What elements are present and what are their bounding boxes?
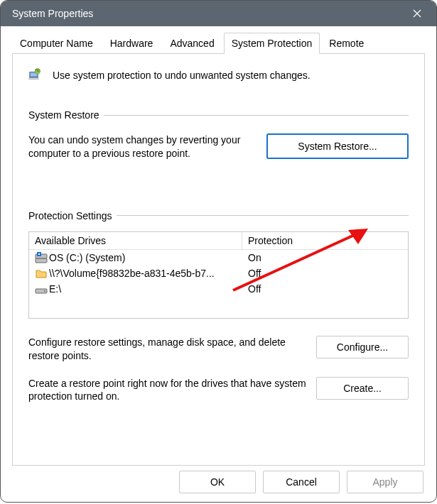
system-properties-window: System Properties Computer Name Hardware…: [0, 0, 437, 503]
tab-advanced[interactable]: Advanced: [162, 33, 222, 54]
svg-rect-2: [29, 78, 39, 80]
header-protection[interactable]: Protection: [242, 232, 408, 250]
table-body: OS (C:) (System) On \\?\Volume{f98832be-…: [29, 250, 408, 318]
table-row[interactable]: OS (C:) (System) On: [29, 250, 408, 265]
drives-table: Available Drives Protection OS (C:) (Sys…: [28, 231, 409, 319]
group-label-protection: Protection Settings: [28, 210, 112, 221]
svg-point-12: [44, 290, 45, 292]
client-area: Computer Name Hardware Advanced System P…: [1, 26, 436, 473]
apply-button[interactable]: Apply: [347, 471, 423, 493]
tab-hardware[interactable]: Hardware: [102, 33, 161, 54]
drive-name: \\?\Volume{f98832be-a831-4e5b-b7...: [49, 268, 215, 279]
folder-icon: [35, 267, 48, 280]
divider: [104, 115, 409, 116]
tab-content: Use system protection to undo unwanted s…: [12, 54, 425, 466]
divider: [117, 215, 409, 216]
table-header: Available Drives Protection: [29, 232, 408, 250]
tab-system-protection[interactable]: System Protection: [224, 33, 320, 54]
tab-remote[interactable]: Remote: [321, 33, 372, 54]
configure-description: Configure restore settings, manage disk …: [28, 336, 306, 363]
system-protection-icon: [28, 68, 41, 81]
create-button[interactable]: Create...: [316, 377, 409, 400]
dialog-footer: OK Cancel Apply: [179, 471, 423, 493]
system-drive-icon: [35, 251, 48, 264]
table-row[interactable]: \\?\Volume{f98832be-a831-4e5b-b7... Off: [29, 265, 408, 281]
drive-status: Off: [242, 266, 408, 280]
ok-button[interactable]: OK: [179, 471, 256, 493]
svg-rect-10: [38, 253, 40, 255]
tab-strip: Computer Name Hardware Advanced System P…: [12, 32, 425, 54]
group-system-restore: System Restore You can undo system chang…: [28, 109, 409, 160]
table-row[interactable]: E:\ Off: [29, 281, 408, 297]
tab-computer-name[interactable]: Computer Name: [12, 33, 101, 54]
drive-status: Off: [242, 282, 408, 296]
system-restore-button[interactable]: System Restore...: [266, 133, 409, 159]
close-button[interactable]: [401, 1, 433, 26]
titlebar: System Properties: [1, 1, 436, 26]
drive-icon: [35, 283, 48, 295]
close-icon: [413, 9, 421, 18]
cancel-button[interactable]: Cancel: [263, 471, 340, 493]
intro-row: Use system protection to undo unwanted s…: [28, 68, 409, 81]
group-label-restore: System Restore: [28, 109, 99, 121]
configure-button[interactable]: Configure...: [316, 336, 409, 358]
group-protection-settings: Protection Settings Available Drives Pro…: [28, 210, 409, 404]
drive-name: E:\: [49, 283, 61, 295]
header-drives[interactable]: Available Drives: [29, 232, 242, 250]
drive-name: OS (C:) (System): [49, 252, 125, 263]
create-description: Create a restore point right now for the…: [28, 377, 306, 404]
drive-status: On: [242, 251, 408, 265]
svg-rect-7: [36, 258, 47, 263]
intro-text: Use system protection to undo unwanted s…: [53, 68, 311, 81]
window-title: System Properties: [12, 8, 93, 19]
restore-description: You can undo system changes by reverting…: [28, 133, 254, 160]
